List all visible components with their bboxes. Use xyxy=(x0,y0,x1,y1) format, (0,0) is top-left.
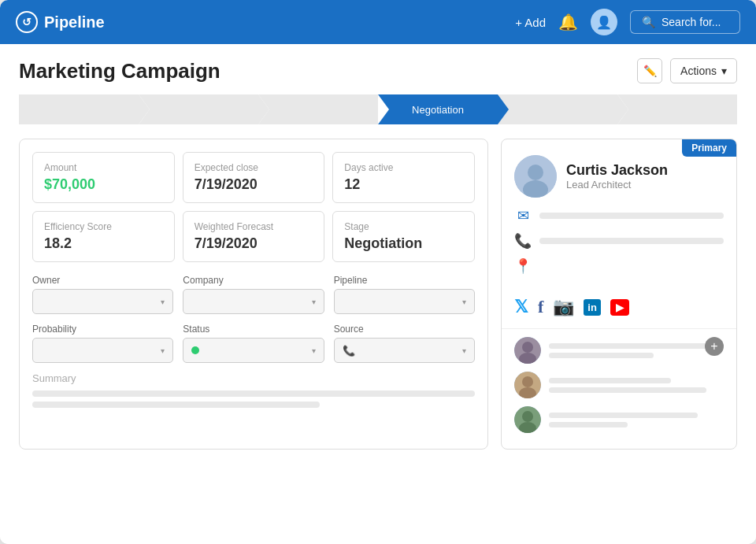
page-title-row: Marketing Campaign ✏️ Actions ▾ xyxy=(19,58,737,83)
pipeline-select[interactable]: ▾ xyxy=(334,289,475,314)
company-label: Company xyxy=(183,275,324,286)
stage-label: Stage xyxy=(344,221,463,232)
stage-5[interactable] xyxy=(498,94,617,124)
left-panel: Amount $70,000 Expected close 7/19/2020 … xyxy=(19,139,488,450)
source-chevron-icon: ▾ xyxy=(462,346,466,355)
instagram-icon[interactable]: 📷 xyxy=(553,297,574,317)
owner-select[interactable]: ▾ xyxy=(32,289,173,314)
related-line-3a xyxy=(549,413,698,418)
bell-icon[interactable]: 🔔 xyxy=(558,13,578,31)
logo: ↺ Pipeline xyxy=(16,11,105,33)
app-window: ↺ Pipeline + Add 🔔 👤 🔍 Search for... Mar… xyxy=(0,0,756,544)
twitter-icon[interactable]: 𝕏 xyxy=(514,297,528,317)
search-bar[interactable]: 🔍 Search for... xyxy=(630,10,740,34)
pipeline-stages: Negotiation xyxy=(19,94,737,124)
email-icon: ✉ xyxy=(514,207,532,224)
status-select[interactable]: ▾ xyxy=(183,338,324,363)
days-active-label: Days active xyxy=(344,162,463,173)
actions-label: Actions xyxy=(680,65,717,77)
page-title: Marketing Campaign xyxy=(19,59,629,83)
pipeline-label: Pipeline xyxy=(334,275,475,286)
svg-point-7 xyxy=(522,376,533,387)
contact-name: Curtis Jackson xyxy=(566,162,668,179)
related-item-2 xyxy=(514,372,724,398)
primary-badge: Primary xyxy=(682,139,736,157)
pipeline-chevron-icon: ▾ xyxy=(462,298,466,306)
summary-line-1 xyxy=(32,390,475,397)
company-chevron-icon: ▾ xyxy=(312,298,316,306)
facebook-icon[interactable]: f xyxy=(538,297,543,317)
probability-chevron-icon: ▾ xyxy=(161,346,165,355)
stat-cards: Amount $70,000 Expected close 7/19/2020 … xyxy=(32,152,475,262)
stage-1[interactable] xyxy=(19,94,139,124)
expected-close-value: 7/19/2020 xyxy=(195,176,313,193)
related-item-1 xyxy=(514,337,724,364)
weighted-forecast-label: Weighted Forecast xyxy=(195,221,313,232)
owner-field: Owner ▾ xyxy=(32,275,173,314)
stat-card-stage: Stage Negotiation xyxy=(332,211,475,262)
stage-6[interactable] xyxy=(617,94,737,124)
weighted-forecast-value: 7/19/2020 xyxy=(195,235,313,252)
page-content: Marketing Campaign ✏️ Actions ▾ Negotiat… xyxy=(0,44,756,544)
phone-line xyxy=(539,238,724,244)
actions-chevron-icon: ▾ xyxy=(721,65,727,77)
probability-select[interactable]: ▾ xyxy=(32,338,173,363)
stage-negotiation[interactable]: Negotiation xyxy=(378,94,498,124)
search-icon: 🔍 xyxy=(642,16,655,28)
company-select[interactable]: ▾ xyxy=(183,289,324,314)
svg-point-10 xyxy=(522,411,533,422)
add-button[interactable]: + Add xyxy=(515,16,546,29)
related-line-2b xyxy=(549,387,706,393)
right-panel: Primary Curtis Jackson Lead Architect xyxy=(501,139,737,450)
related-line-2a xyxy=(549,378,671,383)
email-row: ✉ xyxy=(514,207,724,224)
actions-button[interactable]: Actions ▾ xyxy=(670,58,737,83)
related-avatar-3 xyxy=(514,406,541,433)
amount-label: Amount xyxy=(44,162,163,173)
status-label: Status xyxy=(183,324,324,335)
expected-close-label: Expected close xyxy=(195,162,313,173)
add-related-button[interactable]: + xyxy=(705,337,724,356)
phone-icon: 📞 xyxy=(514,232,532,250)
stage-value: Negotiation xyxy=(344,235,463,252)
source-icon: 📞 xyxy=(343,345,355,357)
related-avatar-2 xyxy=(514,372,541,398)
related-avatar-1 xyxy=(514,337,541,364)
location-row: 📍 xyxy=(514,257,724,275)
summary-label: Summary xyxy=(32,372,475,384)
related-line-3b xyxy=(549,422,628,427)
search-placeholder: Search for... xyxy=(662,16,721,28)
related-lines-3 xyxy=(549,413,724,427)
contact-avatar xyxy=(514,155,557,198)
related-contacts: + xyxy=(502,329,736,449)
email-line xyxy=(539,213,724,219)
days-active-value: 12 xyxy=(344,176,463,193)
svg-point-1 xyxy=(528,165,543,180)
summary-section: Summary xyxy=(32,372,475,408)
summary-line-2 xyxy=(32,402,320,408)
stat-card-weighted-forecast: Weighted Forecast 7/19/2020 xyxy=(183,211,325,262)
logo-icon: ↺ xyxy=(16,11,38,33)
location-icon: 📍 xyxy=(514,257,532,275)
efficiency-label: Efficiency Score xyxy=(44,221,163,232)
avatar[interactable]: 👤 xyxy=(591,9,617,35)
related-lines-1 xyxy=(549,343,724,358)
stat-card-amount: Amount $70,000 xyxy=(32,152,175,203)
status-dot xyxy=(191,346,199,354)
youtube-icon[interactable]: ▶ xyxy=(610,299,629,316)
social-row: 𝕏 f 📷 in ▶ xyxy=(502,291,736,329)
stage-2[interactable] xyxy=(139,94,258,124)
stat-card-days-active: Days active 12 xyxy=(332,152,475,203)
related-line-1b xyxy=(549,353,654,358)
contact-title: Lead Architect xyxy=(566,179,668,191)
logo-text: Pipeline xyxy=(44,13,105,31)
pipeline-field: Pipeline ▾ xyxy=(334,275,475,314)
source-label: Source xyxy=(334,324,475,335)
company-field: Company ▾ xyxy=(183,275,324,314)
linkedin-icon[interactable]: in xyxy=(584,299,601,316)
fields-row-1: Owner ▾ Company ▾ Pipe xyxy=(32,275,475,314)
source-select[interactable]: 📞 ▾ xyxy=(334,338,475,363)
stage-3[interactable] xyxy=(258,94,378,124)
edit-button[interactable]: ✏️ xyxy=(637,58,662,83)
phone-row: 📞 xyxy=(514,232,724,250)
